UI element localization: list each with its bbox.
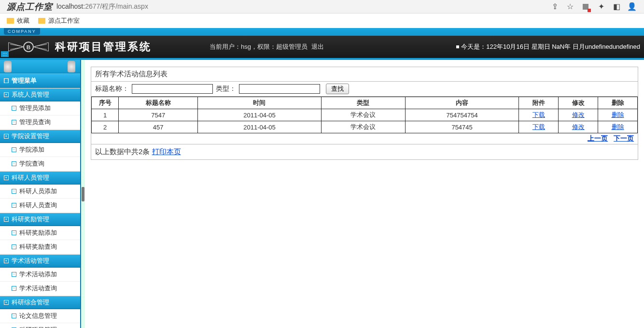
browser-url[interactable]: localhost:2677/程序/main.aspx: [56, 2, 148, 11]
menu-group-label: 学术活动管理: [12, 257, 49, 265]
menu-group-4[interactable]: ▪学术活动管理: [0, 254, 80, 268]
profile-icon[interactable]: 👤: [628, 2, 636, 11]
menu-root-header[interactable]: ⋮⋮ 管理菜单: [0, 73, 80, 88]
browser-logo: 源点工作室: [3, 1, 56, 13]
pager-prev[interactable]: 上一页: [588, 134, 608, 142]
table-row: 175472011-04-05学术会议754754754下载修改删除: [92, 109, 638, 121]
square-icon: ▫: [12, 244, 16, 249]
edit-link[interactable]: 修改: [572, 123, 585, 130]
menu-item[interactable]: ▫论文信息管理: [0, 309, 80, 323]
delete-link[interactable]: 删除: [612, 123, 624, 130]
app-header: ::: B 科研项目管理系统 当前用户：hsg，权限：超级管理员 退出 今天是：…: [0, 36, 644, 60]
bookmark-favorites[interactable]: 收藏: [7, 16, 29, 25]
square-icon: ▫: [12, 286, 16, 291]
download-link[interactable]: 下载: [532, 111, 545, 118]
menu-group-label: 科研奖励管理: [12, 215, 49, 224]
print-link[interactable]: 打印本页: [152, 147, 181, 156]
cell-action: 删除: [598, 109, 638, 121]
menu-root: ⋮⋮ 管理菜单 ▪系统人员管理▫管理员添加▫管理员查询▪学院设置管理▫学院添加▫…: [0, 73, 80, 328]
menu-item-label: 学院查询: [19, 159, 44, 168]
search-input-type[interactable]: [239, 84, 320, 94]
user-info: 当前用户：hsg，权限：超级管理员 退出: [210, 43, 324, 51]
splitter[interactable]: [81, 60, 85, 328]
search-input-title[interactable]: [132, 84, 213, 94]
grid-icon: :::: [1, 51, 9, 57]
search-button[interactable]: 查找: [326, 84, 349, 94]
square-icon: ▫: [12, 314, 16, 318]
logout-link[interactable]: 退出: [311, 43, 324, 51]
square-icon: ▪: [4, 258, 9, 263]
menu-item[interactable]: ▫科研奖励添加: [0, 226, 80, 240]
menu-item[interactable]: ▫科研项目管理: [0, 323, 80, 328]
share-icon[interactable]: ⇪: [550, 2, 559, 11]
menu-group-3[interactable]: ▪科研奖励管理: [0, 213, 80, 226]
cell-action: 删除: [598, 121, 638, 133]
menu-item[interactable]: ▫科研人员查询: [0, 199, 80, 213]
menu-item[interactable]: ▫管理员添加: [0, 101, 80, 115]
cell-title: 457: [119, 121, 198, 133]
pager-next[interactable]: 下一页: [614, 134, 634, 142]
bookmark-studio[interactable]: 源点工作室: [38, 16, 80, 25]
menu-item[interactable]: ▫学术活动添加: [0, 268, 80, 282]
pager: 上一页 下一页: [91, 133, 638, 144]
menu-item[interactable]: ▫管理员查询: [0, 115, 80, 129]
menu-item[interactable]: ▫学术活动查询: [0, 282, 80, 296]
menu-group-0[interactable]: ▪系统人员管理: [0, 88, 80, 101]
grip-icon: [82, 187, 84, 201]
cell-content: 754754754: [405, 109, 518, 121]
menu-item[interactable]: ▫学院查询: [0, 157, 80, 171]
svg-line-2: [10, 44, 22, 47]
square-icon: ▫: [12, 120, 16, 125]
menu-group-2[interactable]: ▪科研人员管理: [0, 171, 80, 185]
search-row: 标题名称： 类型： 查找: [91, 82, 638, 97]
column-header: 时间: [198, 97, 322, 109]
square-icon: ▫: [12, 147, 16, 152]
folder-icon: [38, 18, 45, 24]
square-icon: ▫: [12, 203, 16, 208]
company-strip: COMPANY: [0, 28, 644, 36]
square-icon: ▫: [12, 272, 16, 277]
delete-link[interactable]: 删除: [612, 111, 624, 118]
square-icon: ▫: [12, 106, 16, 111]
cell-seq: 1: [92, 109, 119, 121]
workspace: ⋮⋮ 管理菜单 ▪系统人员管理▫管理员添加▫管理员查询▪学院设置管理▫学院添加▫…: [0, 60, 644, 328]
menu-group-label: 科研人员管理: [12, 173, 49, 182]
menu-item-label: 学术活动添加: [19, 270, 57, 279]
grid-icon: ⋮⋮: [4, 78, 9, 83]
column-header: 修改: [559, 97, 598, 109]
knob-icon: [68, 61, 75, 72]
menu-group-label: 科研综合管理: [12, 298, 49, 307]
square-icon: ▫: [12, 161, 16, 166]
download-link[interactable]: 下载: [532, 123, 545, 130]
menu-group-5[interactable]: ▪科研综合管理: [0, 296, 80, 309]
current-user-label: 当前用户：hsg，权限：超级管理员: [210, 43, 308, 51]
menu-item[interactable]: ▫学院添加: [0, 143, 80, 157]
svg-text:B: B: [27, 44, 30, 50]
edit-link[interactable]: 修改: [572, 111, 585, 118]
puzzle-icon[interactable]: ✦: [597, 2, 605, 11]
menu-item-label: 科研项目管理: [19, 326, 57, 328]
app-title: 科研项目管理系统: [55, 40, 152, 54]
menu-item-label: 科研奖励添加: [19, 228, 57, 237]
menu-item[interactable]: ▫科研人员添加: [0, 185, 80, 199]
menu-group-label: 学院设置管理: [12, 132, 49, 141]
menu-item[interactable]: ▫科研奖励查询: [0, 240, 80, 254]
square-icon: ▪: [4, 134, 9, 139]
menu-item-label: 学术活动查询: [19, 284, 57, 293]
cell-content: 754745: [405, 121, 518, 133]
panel-icon[interactable]: ◧: [612, 2, 621, 11]
menu-group-1[interactable]: ▪学院设置管理: [0, 129, 80, 143]
menu-group-label: 系统人员管理: [12, 90, 49, 99]
menu-item-label: 科研人员添加: [19, 187, 57, 196]
summary-text: 以上数据中共2条: [95, 147, 150, 156]
square-icon: ▪: [4, 92, 9, 97]
square-icon: ▫: [12, 189, 16, 194]
cell-action: 修改: [559, 109, 598, 121]
star-icon[interactable]: ☆: [566, 2, 574, 11]
column-header: 标题名称: [119, 97, 198, 109]
extension-icon[interactable]: [581, 2, 590, 11]
sidebar: ⋮⋮ 管理菜单 ▪系统人员管理▫管理员添加▫管理员查询▪学院设置管理▫学院添加▫…: [0, 60, 81, 328]
cell-action: 下载: [519, 121, 559, 133]
cell-action: 修改: [559, 121, 598, 133]
main-content: 所有学术活动信息列表 标题名称： 类型： 查找 序号标题名称时间类型内容附件修改…: [85, 60, 644, 328]
